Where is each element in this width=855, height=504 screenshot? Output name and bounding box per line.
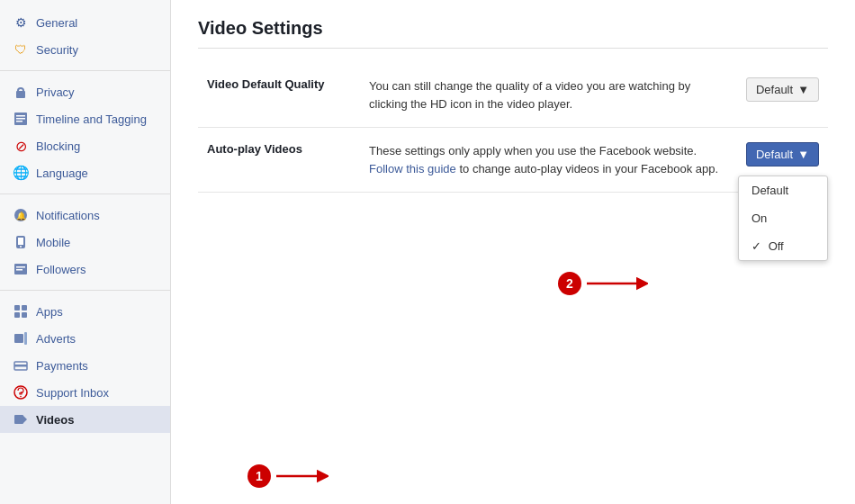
sidebar-divider-3 xyxy=(0,290,170,291)
sidebar-item-blocking[interactable]: ⊘ Blocking xyxy=(0,132,170,159)
badge-1: 1 xyxy=(248,464,271,488)
sidebar-item-security[interactable]: 🛡 Security xyxy=(0,36,170,63)
video-quality-dropdown[interactable]: Default ▼ xyxy=(746,77,819,102)
svg-rect-24 xyxy=(14,415,23,424)
autoplay-dropdown-menu: Default On ✓ Off xyxy=(738,176,828,261)
svg-point-23 xyxy=(20,396,22,398)
chevron-down-icon-primary: ▼ xyxy=(797,148,809,161)
svg-rect-1 xyxy=(18,88,23,93)
main-content: Video Settings Video Default Quality You… xyxy=(171,0,855,504)
video-quality-desc: You can still change the quality of a vi… xyxy=(360,63,737,128)
sidebar-section-bottom: Apps Adverts Payments Support Inbox Vide… xyxy=(0,298,170,433)
svg-text:🔔: 🔔 xyxy=(16,211,27,221)
svg-rect-17 xyxy=(22,312,27,318)
sidebar-item-followers[interactable]: Followers xyxy=(0,256,170,283)
svg-marker-25 xyxy=(23,416,27,423)
shield-icon: 🛡 xyxy=(13,41,29,58)
sidebar-item-support[interactable]: Support Inbox xyxy=(0,379,170,406)
svg-rect-16 xyxy=(14,312,20,318)
checkmark-icon: ✓ xyxy=(752,239,765,253)
svg-point-10 xyxy=(20,246,22,248)
sidebar-item-privacy[interactable]: Privacy xyxy=(0,78,170,105)
follow-guide-link[interactable]: Follow this guide xyxy=(369,162,456,176)
dropdown-option-default[interactable]: Default xyxy=(739,176,827,204)
sidebar-item-notifications[interactable]: 🔔 Notifications xyxy=(0,202,170,229)
autoplay-desc: These settings only apply when you use t… xyxy=(360,128,737,193)
sidebar: ⚙ General 🛡 Security Privacy Timeline an… xyxy=(0,0,171,504)
chevron-down-icon: ▼ xyxy=(797,83,809,96)
timeline-icon xyxy=(13,111,29,127)
sidebar-section-mid: Privacy Timeline and Tagging ⊘ Blocking … xyxy=(0,78,170,186)
svg-rect-3 xyxy=(16,115,25,117)
svg-rect-5 xyxy=(16,121,22,122)
notification-icon: 🔔 xyxy=(13,207,29,223)
svg-rect-18 xyxy=(14,334,23,343)
annotation-1: 1 xyxy=(248,464,328,488)
autoplay-row: Auto-play Videos These settings only app… xyxy=(198,128,828,193)
page-title: Video Settings xyxy=(198,18,828,49)
sidebar-divider-2 xyxy=(0,194,170,194)
support-icon xyxy=(13,384,29,400)
apps-icon xyxy=(13,303,29,320)
sidebar-item-videos[interactable]: Videos xyxy=(0,406,170,433)
svg-rect-13 xyxy=(16,269,22,271)
svg-rect-12 xyxy=(16,266,25,268)
language-icon: 🌐 xyxy=(13,165,29,181)
lock-icon xyxy=(13,84,29,100)
mobile-icon xyxy=(13,234,29,250)
sidebar-item-mobile[interactable]: Mobile xyxy=(0,229,170,256)
sidebar-item-general[interactable]: ⚙ General xyxy=(0,9,170,36)
sidebar-item-language[interactable]: 🌐 Language xyxy=(0,159,170,186)
sidebar-section-top: ⚙ General 🛡 Security xyxy=(0,9,170,63)
followers-icon xyxy=(13,261,29,277)
badge-2: 2 xyxy=(558,272,581,295)
dropdown-option-on[interactable]: On xyxy=(739,204,827,232)
autoplay-label: Auto-play Videos xyxy=(198,128,360,193)
svg-rect-4 xyxy=(16,118,25,120)
svg-rect-15 xyxy=(22,305,27,310)
sidebar-item-payments[interactable]: Payments xyxy=(0,352,170,379)
sidebar-item-timeline[interactable]: Timeline and Tagging xyxy=(0,105,170,132)
arrow-2-svg xyxy=(585,274,648,292)
sidebar-item-adverts[interactable]: Adverts xyxy=(0,325,170,352)
svg-rect-9 xyxy=(18,238,23,245)
svg-rect-21 xyxy=(14,364,27,367)
video-quality-label: Video Default Quality xyxy=(198,63,360,128)
sidebar-divider-1 xyxy=(0,70,170,71)
gear-icon: ⚙ xyxy=(13,14,29,31)
svg-rect-19 xyxy=(24,332,27,345)
autoplay-dropdown[interactable]: Default ▼ xyxy=(746,142,819,166)
videos-icon xyxy=(13,411,29,428)
sidebar-item-apps[interactable]: Apps xyxy=(0,298,170,325)
video-quality-control: Default ▼ xyxy=(737,63,828,128)
dropdown-option-off[interactable]: ✓ Off xyxy=(739,232,827,260)
adverts-icon xyxy=(13,330,29,346)
arrow-1-svg xyxy=(274,467,328,485)
blocking-icon: ⊘ xyxy=(13,138,29,154)
video-quality-row: Video Default Quality You can still chan… xyxy=(198,63,828,128)
sidebar-section-notifications: 🔔 Notifications Mobile Followers xyxy=(0,202,170,283)
payments-icon xyxy=(13,357,29,374)
svg-rect-14 xyxy=(14,305,20,310)
settings-table: Video Default Quality You can still chan… xyxy=(198,63,828,193)
annotation-2: 2 xyxy=(558,272,648,295)
